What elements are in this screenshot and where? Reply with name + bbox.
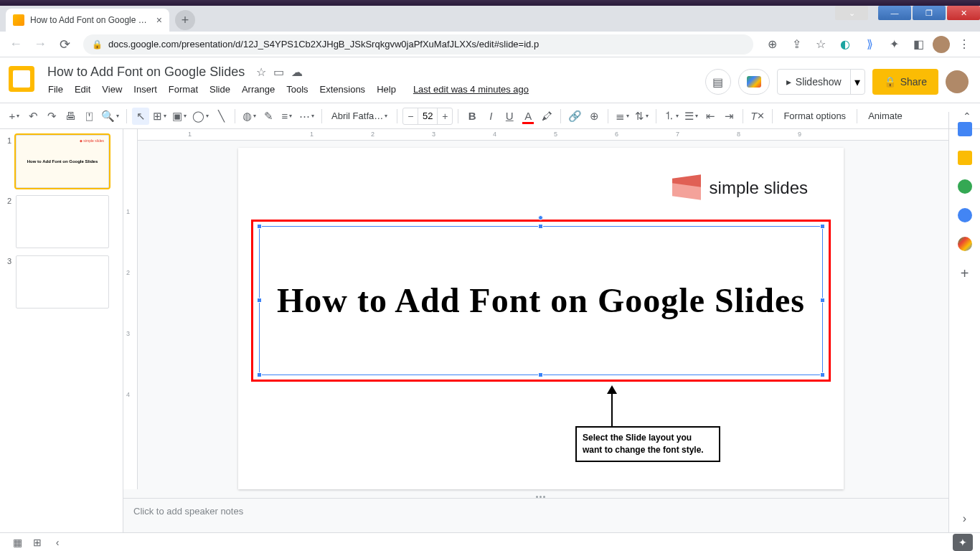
account-dropdown-icon[interactable]: ⌄ bbox=[835, 6, 868, 20]
cloud-status-icon[interactable]: ☁ bbox=[291, 65, 303, 79]
window-minimize-button[interactable]: — bbox=[878, 6, 911, 20]
comments-button[interactable]: ▤ bbox=[705, 69, 731, 95]
sidepanel-collapse-icon[interactable]: › bbox=[963, 512, 966, 525]
tasks-icon[interactable] bbox=[958, 179, 972, 194]
bookmark-icon[interactable]: ☆ bbox=[811, 34, 831, 55]
format-options-button[interactable]: Format options bbox=[778, 110, 852, 121]
move-icon[interactable]: ▭ bbox=[273, 65, 284, 79]
underline-button[interactable]: U bbox=[501, 108, 518, 125]
notes-resize-grip[interactable] bbox=[536, 496, 553, 499]
speaker-notes[interactable]: Click to add speaker notes bbox=[123, 498, 948, 532]
menu-file[interactable]: File bbox=[43, 81, 68, 98]
redo-button[interactable]: ↷ bbox=[43, 108, 60, 125]
reload-button[interactable]: ⟳ bbox=[55, 34, 75, 55]
italic-button[interactable]: I bbox=[482, 108, 499, 125]
new-slide-button[interactable]: + bbox=[6, 108, 23, 125]
indent-decrease-button[interactable]: ⇤ bbox=[702, 108, 719, 125]
maps-icon[interactable] bbox=[958, 237, 972, 251]
align-button[interactable]: ≣ bbox=[613, 108, 631, 125]
undo-button[interactable]: ↶ bbox=[24, 108, 42, 125]
slide-title-text[interactable]: How to Add Font on Google Slides bbox=[277, 278, 805, 323]
share-button[interactable]: 🔒 Share bbox=[872, 69, 938, 95]
highlight-button[interactable]: 🖍 bbox=[538, 108, 555, 125]
extension-1-icon[interactable]: ◐ bbox=[835, 34, 855, 55]
title-textbox[interactable]: How to Add Font on Google Slides bbox=[259, 226, 823, 375]
bold-button[interactable]: B bbox=[463, 108, 481, 125]
document-title[interactable]: How to Add Font on Google Slides bbox=[43, 63, 249, 81]
resize-handle[interactable] bbox=[820, 372, 825, 377]
slide-thumbnail-1[interactable]: ◆ simple slides How to Add Font on Googl… bbox=[16, 135, 109, 188]
kebab-menu-icon[interactable]: ⋮ bbox=[954, 34, 974, 55]
text-color-button[interactable]: A bbox=[519, 108, 537, 125]
numbered-list-button[interactable]: ⒈ bbox=[661, 108, 681, 125]
resize-handle[interactable] bbox=[257, 224, 262, 229]
keep-icon[interactable] bbox=[958, 151, 972, 165]
select-tool[interactable]: ↖ bbox=[132, 108, 149, 125]
explore-button[interactable]: ✦ bbox=[953, 534, 973, 551]
grid-view-button[interactable]: ⊞ bbox=[27, 537, 47, 548]
insert-comment-button[interactable]: ⊕ bbox=[585, 108, 603, 125]
slide-thumbnail-2[interactable] bbox=[16, 195, 109, 248]
resize-handle[interactable] bbox=[538, 224, 543, 229]
window-maximize-button[interactable]: ❐ bbox=[913, 6, 946, 20]
font-family-select[interactable]: Abril Fatfa… bbox=[327, 108, 392, 125]
sidepanel-icon[interactable]: ◧ bbox=[908, 34, 928, 55]
font-size-decrease[interactable]: − bbox=[403, 110, 418, 122]
resize-handle[interactable] bbox=[820, 224, 825, 229]
print-button[interactable]: 🖶 bbox=[62, 108, 79, 125]
font-size-increase[interactable]: + bbox=[438, 110, 452, 122]
last-edit-text[interactable]: Last edit was 4 minutes ago bbox=[408, 81, 534, 98]
forward-button[interactable]: → bbox=[30, 34, 50, 55]
filmstrip-view-button[interactable]: ▦ bbox=[7, 537, 27, 548]
slide-canvas[interactable]: simple slides How to Add Font on Google … bbox=[238, 148, 844, 489]
slideshow-button[interactable]: ▸Slideshow ▾ bbox=[777, 69, 865, 95]
menu-tools[interactable]: Tools bbox=[281, 81, 313, 98]
contacts-icon[interactable] bbox=[958, 208, 972, 222]
collapse-filmstrip-button[interactable]: ‹ bbox=[47, 537, 67, 548]
insert-link-button[interactable]: 🔗 bbox=[566, 108, 584, 125]
line-tool[interactable]: ╲ bbox=[212, 108, 230, 125]
font-size-value[interactable]: 52 bbox=[418, 108, 438, 124]
menu-format[interactable]: Format bbox=[164, 81, 203, 98]
account-avatar-icon[interactable] bbox=[946, 70, 969, 93]
back-button[interactable]: ← bbox=[6, 34, 26, 55]
shape-tool[interactable]: ◯ bbox=[190, 108, 211, 125]
canvas-area[interactable]: 1 1 2 3 4 5 6 7 8 9 1 2 3 4 simple slide… bbox=[123, 129, 948, 532]
new-tab-button[interactable]: + bbox=[175, 10, 195, 30]
calendar-icon[interactable] bbox=[958, 122, 972, 136]
bulleted-list-button[interactable]: ☰ bbox=[682, 108, 700, 125]
resize-handle[interactable] bbox=[820, 298, 825, 303]
textbox-tool[interactable]: ⊞ bbox=[151, 108, 169, 125]
tab-close-icon[interactable]: × bbox=[156, 14, 162, 26]
menu-view[interactable]: View bbox=[97, 81, 127, 98]
zoom-button[interactable]: 🔍 bbox=[99, 108, 121, 125]
menu-insert[interactable]: Insert bbox=[128, 81, 162, 98]
addons-plus-icon[interactable]: + bbox=[961, 265, 969, 282]
menu-edit[interactable]: Edit bbox=[70, 81, 95, 98]
animate-button[interactable]: Animate bbox=[862, 110, 908, 121]
indent-increase-button[interactable]: ⇥ bbox=[720, 108, 738, 125]
border-color-button[interactable]: ✎ bbox=[260, 108, 277, 125]
clear-formatting-button[interactable]: T✕ bbox=[748, 108, 767, 125]
star-icon[interactable]: ☆ bbox=[256, 65, 266, 79]
slideshow-dropdown[interactable]: ▾ bbox=[850, 70, 864, 94]
extensions-puzzle-icon[interactable]: ✦ bbox=[884, 34, 904, 55]
slide-thumbnail-3[interactable] bbox=[16, 255, 109, 309]
image-tool[interactable]: ▣ bbox=[170, 108, 189, 125]
resize-handle[interactable] bbox=[257, 298, 262, 303]
resize-handle[interactable] bbox=[538, 372, 543, 377]
border-weight-button[interactable]: ≡ bbox=[278, 108, 296, 125]
meet-button[interactable] bbox=[738, 69, 770, 95]
browser-tab[interactable]: How to Add Font on Google Slide × bbox=[6, 9, 169, 32]
menu-extensions[interactable]: Extensions bbox=[315, 81, 371, 98]
paint-format-button[interactable]: ⍞ bbox=[80, 108, 98, 125]
menu-help[interactable]: Help bbox=[372, 81, 401, 98]
fill-color-button[interactable]: ◍ bbox=[240, 108, 258, 125]
slides-logo-icon[interactable] bbox=[9, 66, 34, 92]
url-field[interactable]: 🔒 docs.google.com/presentation/d/12J_S4Y… bbox=[83, 34, 753, 55]
line-spacing-button[interactable]: ⇅ bbox=[633, 108, 651, 125]
window-close-button[interactable]: ✕ bbox=[947, 6, 980, 20]
resize-handle[interactable] bbox=[257, 372, 262, 377]
profile-avatar-icon[interactable] bbox=[933, 36, 950, 53]
zoom-icon[interactable]: ⊕ bbox=[762, 34, 782, 55]
